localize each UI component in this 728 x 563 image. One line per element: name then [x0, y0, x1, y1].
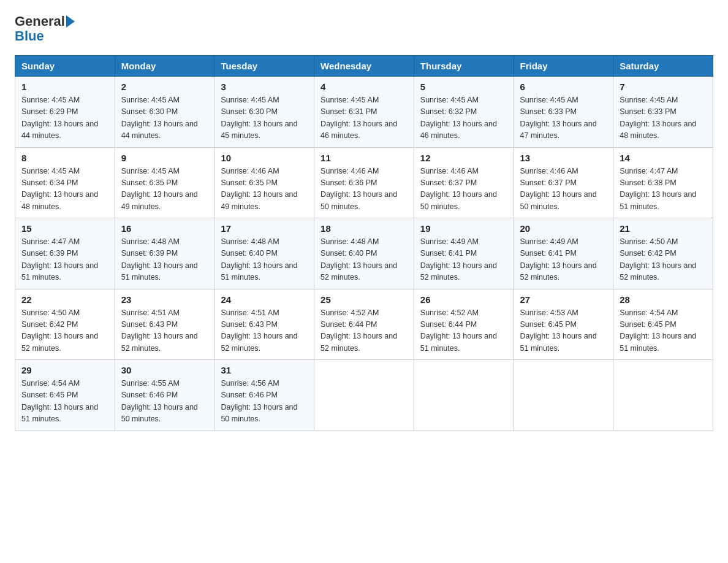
calendar-cell: 14Sunrise: 4:47 AMSunset: 6:38 PMDayligh…: [613, 147, 713, 218]
calendar-cell: 3Sunrise: 4:45 AMSunset: 6:30 PMDaylight…: [214, 77, 314, 148]
day-info: Sunrise: 4:45 AMSunset: 6:32 PMDaylight:…: [420, 94, 507, 142]
day-info: Sunrise: 4:48 AMSunset: 6:40 PMDaylight:…: [320, 236, 408, 284]
calendar-header-saturday: Saturday: [613, 56, 713, 77]
calendar-cell: 23Sunrise: 4:51 AMSunset: 6:43 PMDayligh…: [115, 289, 214, 360]
calendar-cell: 31Sunrise: 4:56 AMSunset: 6:46 PMDayligh…: [214, 360, 314, 431]
day-info: Sunrise: 4:55 AMSunset: 6:46 PMDaylight:…: [121, 378, 208, 426]
day-number: 28: [620, 294, 707, 305]
calendar-cell: 24Sunrise: 4:51 AMSunset: 6:43 PMDayligh…: [214, 289, 314, 360]
calendar-cell: 6Sunrise: 4:45 AMSunset: 6:33 PMDaylight…: [514, 77, 613, 148]
day-info: Sunrise: 4:51 AMSunset: 6:43 PMDaylight:…: [221, 307, 308, 355]
day-info: Sunrise: 4:46 AMSunset: 6:37 PMDaylight:…: [420, 166, 507, 213]
day-number: 31: [221, 365, 308, 375]
day-info: Sunrise: 4:49 AMSunset: 6:41 PMDaylight:…: [520, 236, 607, 284]
day-number: 1: [21, 82, 108, 92]
logo: General Blue: [15, 15, 75, 44]
day-number: 14: [620, 153, 707, 163]
day-info: Sunrise: 4:51 AMSunset: 6:43 PMDaylight:…: [121, 307, 208, 355]
calendar-header-tuesday: Tuesday: [214, 56, 314, 77]
calendar-cell: 13Sunrise: 4:46 AMSunset: 6:37 PMDayligh…: [514, 147, 613, 218]
day-info: Sunrise: 4:45 AMSunset: 6:33 PMDaylight:…: [520, 94, 607, 142]
day-number: 5: [420, 82, 507, 92]
day-number: 19: [420, 223, 507, 234]
day-info: Sunrise: 4:46 AMSunset: 6:36 PMDaylight:…: [320, 166, 408, 213]
day-number: 4: [320, 82, 408, 92]
calendar-header-wednesday: Wednesday: [314, 56, 414, 77]
calendar-cell: [514, 360, 613, 431]
day-info: Sunrise: 4:45 AMSunset: 6:35 PMDaylight:…: [121, 166, 208, 213]
day-info: Sunrise: 4:46 AMSunset: 6:35 PMDaylight:…: [221, 166, 308, 213]
calendar-header-friday: Friday: [514, 56, 613, 77]
day-number: 12: [420, 153, 507, 163]
day-number: 23: [121, 294, 208, 305]
day-info: Sunrise: 4:47 AMSunset: 6:38 PMDaylight:…: [620, 166, 707, 213]
day-info: Sunrise: 4:45 AMSunset: 6:30 PMDaylight:…: [221, 94, 308, 142]
day-number: 30: [121, 365, 208, 375]
calendar-cell: 30Sunrise: 4:55 AMSunset: 6:46 PMDayligh…: [115, 360, 214, 431]
day-number: 16: [121, 223, 208, 234]
logo-triangle-icon: [66, 15, 75, 28]
day-info: Sunrise: 4:48 AMSunset: 6:39 PMDaylight:…: [121, 236, 208, 284]
day-info: Sunrise: 4:45 AMSunset: 6:33 PMDaylight:…: [620, 94, 707, 142]
calendar-cell: 5Sunrise: 4:45 AMSunset: 6:32 PMDaylight…: [414, 77, 514, 148]
calendar-cell: 12Sunrise: 4:46 AMSunset: 6:37 PMDayligh…: [414, 147, 514, 218]
calendar-cell: 15Sunrise: 4:47 AMSunset: 6:39 PMDayligh…: [15, 218, 115, 289]
day-number: 24: [221, 294, 308, 305]
page-header: General Blue: [15, 15, 713, 44]
day-info: Sunrise: 4:48 AMSunset: 6:40 PMDaylight:…: [221, 236, 308, 284]
calendar-cell: [613, 360, 713, 431]
day-info: Sunrise: 4:53 AMSunset: 6:45 PMDaylight:…: [520, 307, 607, 355]
calendar-cell: 27Sunrise: 4:53 AMSunset: 6:45 PMDayligh…: [514, 289, 613, 360]
calendar-week-row: 8Sunrise: 4:45 AMSunset: 6:34 PMDaylight…: [15, 147, 713, 218]
day-number: 18: [320, 223, 408, 234]
calendar-cell: [414, 360, 514, 431]
day-number: 25: [320, 294, 408, 305]
calendar-cell: 20Sunrise: 4:49 AMSunset: 6:41 PMDayligh…: [514, 218, 613, 289]
calendar-cell: 28Sunrise: 4:54 AMSunset: 6:45 PMDayligh…: [613, 289, 713, 360]
day-info: Sunrise: 4:56 AMSunset: 6:46 PMDaylight:…: [221, 378, 308, 426]
calendar-header-row: SundayMondayTuesdayWednesdayThursdayFrid…: [15, 56, 713, 77]
day-info: Sunrise: 4:50 AMSunset: 6:42 PMDaylight:…: [620, 236, 707, 284]
day-number: 7: [620, 82, 707, 92]
calendar-cell: 9Sunrise: 4:45 AMSunset: 6:35 PMDaylight…: [115, 147, 214, 218]
calendar-week-row: 22Sunrise: 4:50 AMSunset: 6:42 PMDayligh…: [15, 289, 713, 360]
day-info: Sunrise: 4:45 AMSunset: 6:30 PMDaylight:…: [121, 94, 208, 142]
calendar-week-row: 1Sunrise: 4:45 AMSunset: 6:29 PMDaylight…: [15, 77, 713, 148]
day-number: 13: [520, 153, 607, 163]
calendar-cell: 29Sunrise: 4:54 AMSunset: 6:45 PMDayligh…: [15, 360, 115, 431]
logo-general: General: [15, 15, 65, 28]
day-info: Sunrise: 4:45 AMSunset: 6:34 PMDaylight:…: [21, 166, 108, 213]
calendar-table: SundayMondayTuesdayWednesdayThursdayFrid…: [15, 55, 713, 431]
calendar-cell: 25Sunrise: 4:52 AMSunset: 6:44 PMDayligh…: [314, 289, 414, 360]
calendar-cell: 2Sunrise: 4:45 AMSunset: 6:30 PMDaylight…: [115, 77, 214, 148]
day-number: 17: [221, 223, 308, 234]
day-number: 22: [21, 294, 108, 305]
calendar-header-thursday: Thursday: [414, 56, 514, 77]
calendar-week-row: 29Sunrise: 4:54 AMSunset: 6:45 PMDayligh…: [15, 360, 713, 431]
day-info: Sunrise: 4:52 AMSunset: 6:44 PMDaylight:…: [320, 307, 408, 355]
calendar-cell: [314, 360, 414, 431]
calendar-cell: 8Sunrise: 4:45 AMSunset: 6:34 PMDaylight…: [15, 147, 115, 218]
day-info: Sunrise: 4:46 AMSunset: 6:37 PMDaylight:…: [520, 166, 607, 213]
day-info: Sunrise: 4:54 AMSunset: 6:45 PMDaylight:…: [21, 378, 108, 426]
calendar-cell: 4Sunrise: 4:45 AMSunset: 6:31 PMDaylight…: [314, 77, 414, 148]
day-number: 2: [121, 82, 208, 92]
day-number: 3: [221, 82, 308, 92]
day-number: 29: [21, 365, 108, 375]
calendar-header-sunday: Sunday: [15, 56, 115, 77]
calendar-cell: 19Sunrise: 4:49 AMSunset: 6:41 PMDayligh…: [414, 218, 514, 289]
day-info: Sunrise: 4:45 AMSunset: 6:31 PMDaylight:…: [320, 94, 408, 142]
calendar-cell: 18Sunrise: 4:48 AMSunset: 6:40 PMDayligh…: [314, 218, 414, 289]
day-number: 21: [620, 223, 707, 234]
day-number: 27: [520, 294, 607, 305]
day-info: Sunrise: 4:47 AMSunset: 6:39 PMDaylight:…: [21, 236, 108, 284]
calendar-cell: 26Sunrise: 4:52 AMSunset: 6:44 PMDayligh…: [414, 289, 514, 360]
day-number: 10: [221, 153, 308, 163]
logo-blue: Blue: [15, 28, 44, 44]
day-info: Sunrise: 4:50 AMSunset: 6:42 PMDaylight:…: [21, 307, 108, 355]
calendar-header-monday: Monday: [115, 56, 214, 77]
day-info: Sunrise: 4:45 AMSunset: 6:29 PMDaylight:…: [21, 94, 108, 142]
day-info: Sunrise: 4:52 AMSunset: 6:44 PMDaylight:…: [420, 307, 507, 355]
day-number: 6: [520, 82, 607, 92]
day-number: 8: [21, 153, 108, 163]
